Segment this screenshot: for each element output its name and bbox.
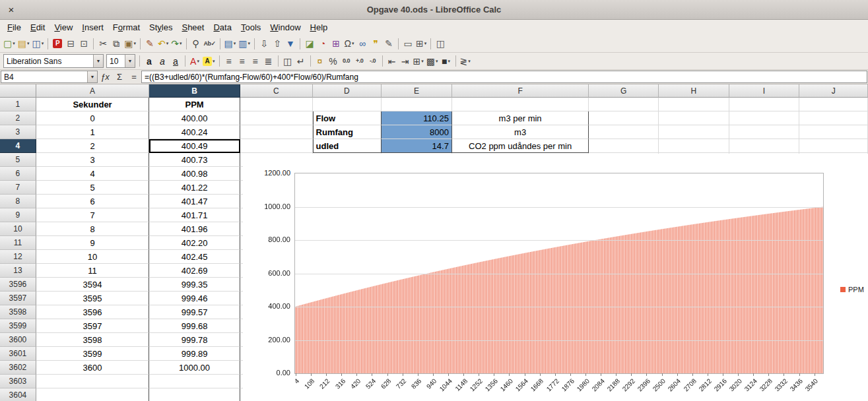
menu-window[interactable]: Window bbox=[265, 20, 305, 34]
row-header-2[interactable]: 2 bbox=[0, 111, 36, 125]
insert-chart-button[interactable]: ◔ bbox=[316, 36, 329, 51]
cell-I2[interactable] bbox=[729, 111, 800, 125]
sum-button[interactable]: Σ bbox=[112, 71, 127, 84]
cell-B3601[interactable]: 999.89 bbox=[149, 347, 240, 361]
row-header-3[interactable]: 3 bbox=[0, 125, 36, 139]
cell-A6[interactable]: 4 bbox=[36, 167, 149, 181]
cell-D4[interactable]: udled bbox=[313, 139, 382, 153]
insert-special-character-button[interactable]: Ω▾ bbox=[343, 36, 356, 51]
cell-B3600[interactable]: 999.78 bbox=[149, 333, 240, 347]
undo-button[interactable]: ↶▾ bbox=[156, 36, 170, 51]
print-preview-button[interactable]: ⊡ bbox=[77, 36, 90, 51]
cell-B3596[interactable]: 999.35 bbox=[149, 278, 240, 292]
insert-comment-button[interactable]: ❞ bbox=[369, 36, 382, 51]
select-all-corner[interactable] bbox=[0, 84, 36, 98]
row-header-1[interactable]: 1 bbox=[0, 98, 36, 111]
cell-B9[interactable]: 401.71 bbox=[149, 208, 240, 222]
headers-and-footers-button[interactable]: ▭ bbox=[401, 36, 415, 51]
cell-B12[interactable]: 402.45 bbox=[149, 250, 240, 264]
format-as-number-button[interactable]: 0.0 bbox=[340, 54, 353, 69]
add-decimal-place-button[interactable]: +.0 bbox=[353, 54, 366, 69]
column-header-H[interactable]: H bbox=[659, 84, 729, 98]
column-header-J[interactable]: J bbox=[799, 84, 868, 98]
open-button[interactable]: ▤▾ bbox=[17, 36, 31, 51]
cut-button[interactable]: ✂ bbox=[96, 36, 110, 51]
column-header-B[interactable]: B bbox=[149, 84, 240, 98]
delete-decimal-place-button[interactable]: -.0 bbox=[366, 54, 380, 69]
row-header-3599[interactable]: 3599 bbox=[0, 319, 36, 333]
dropdown-arrow-icon[interactable]: ▾ bbox=[352, 41, 354, 46]
conditional-formatting-button[interactable]: ≷▾ bbox=[459, 54, 472, 69]
formula-button[interactable]: = bbox=[127, 71, 141, 84]
find-and-replace-button[interactable]: ⚲ bbox=[189, 36, 203, 51]
highlighting-color-button[interactable]: A▾ bbox=[201, 54, 217, 69]
cell-B13[interactable]: 402.69 bbox=[149, 264, 240, 278]
cell-G1[interactable] bbox=[589, 98, 659, 111]
dropdown-arrow-icon[interactable]: ▾ bbox=[234, 41, 236, 46]
column-header-F[interactable]: F bbox=[452, 84, 589, 98]
menu-sheet[interactable]: Sheet bbox=[177, 20, 209, 34]
sort-descending-button[interactable]: ⇧ bbox=[271, 36, 284, 51]
cell-C3[interactable] bbox=[240, 125, 313, 139]
dropdown-arrow-icon[interactable]: ▾ bbox=[421, 59, 424, 64]
cell-E3[interactable]: 8000 bbox=[382, 125, 452, 139]
cell-E1[interactable] bbox=[382, 98, 452, 111]
cell-A3598[interactable]: 3596 bbox=[36, 305, 149, 319]
cell-A3601[interactable]: 3599 bbox=[36, 347, 149, 361]
cell-B2[interactable]: 400.00 bbox=[149, 111, 240, 125]
column-header-A[interactable]: A bbox=[36, 84, 149, 98]
autofilter-button[interactable]: ▼ bbox=[284, 36, 297, 51]
font-name-combobox[interactable]: Liberation Sans ▼ bbox=[3, 54, 104, 68]
insert-hyperlink-button[interactable]: ∞ bbox=[356, 36, 369, 51]
column-header-I[interactable]: I bbox=[729, 84, 800, 98]
dropdown-arrow-icon[interactable]: ▾ bbox=[13, 41, 15, 46]
cell-B3603[interactable] bbox=[149, 375, 240, 388]
cell-B3599[interactable]: 999.68 bbox=[149, 319, 240, 333]
cell-A3602[interactable]: 3600 bbox=[36, 361, 149, 375]
formula-input[interactable]: =((B3+udled/60)*(Rumfang-Flow/60)+400*Fl… bbox=[141, 71, 867, 83]
cell-A10[interactable]: 8 bbox=[36, 222, 149, 236]
row-header-13[interactable]: 13 bbox=[0, 264, 36, 278]
name-box[interactable]: B4 ▼ bbox=[1, 71, 98, 83]
cell-A5[interactable]: 3 bbox=[36, 153, 149, 167]
dropdown-arrow-icon[interactable]: ▾ bbox=[27, 41, 30, 46]
cell-J4[interactable] bbox=[799, 139, 868, 153]
cell-J2[interactable] bbox=[799, 111, 868, 125]
cell-G2[interactable] bbox=[589, 111, 659, 125]
cell-B3598[interactable]: 999.57 bbox=[149, 305, 240, 319]
dropdown-arrow-icon[interactable]: ▾ bbox=[197, 59, 199, 64]
cell-D1[interactable] bbox=[313, 98, 382, 111]
cell-A12[interactable]: 10 bbox=[36, 250, 149, 264]
cell-B5[interactable]: 400.73 bbox=[149, 153, 240, 167]
cell-B3597[interactable]: 999.46 bbox=[149, 292, 240, 305]
row-header-3601[interactable]: 3601 bbox=[0, 347, 36, 361]
cell-F3[interactable]: m3 bbox=[452, 125, 589, 139]
cell-A2[interactable]: 0 bbox=[36, 111, 149, 125]
column-header-G[interactable]: G bbox=[589, 84, 659, 98]
cell-F1[interactable] bbox=[452, 98, 589, 111]
cell-I4[interactable] bbox=[729, 139, 800, 153]
insert-column-button[interactable]: ▥▾ bbox=[237, 36, 251, 51]
cell-D2[interactable]: Flow bbox=[313, 111, 382, 125]
row-header-11[interactable]: 11 bbox=[0, 236, 36, 250]
cell-B3604[interactable] bbox=[149, 388, 240, 401]
cell-E4[interactable]: 14.7 bbox=[382, 139, 452, 153]
cell-B10[interactable]: 401.96 bbox=[149, 222, 240, 236]
row-header-3598[interactable]: 3598 bbox=[0, 305, 36, 319]
align-right-button[interactable]: ≡ bbox=[249, 54, 262, 69]
cell-B4[interactable]: 400.49 bbox=[149, 139, 240, 153]
row-header-3600[interactable]: 3600 bbox=[0, 333, 36, 347]
borders-button[interactable]: ⊞▾ bbox=[412, 54, 425, 69]
decrease-indent-button[interactable]: ⇤ bbox=[385, 54, 399, 69]
cell-B8[interactable]: 401.47 bbox=[149, 195, 240, 208]
justified-button[interactable]: ≣ bbox=[262, 54, 275, 69]
row-header-8[interactable]: 8 bbox=[0, 195, 36, 208]
cell-H2[interactable] bbox=[659, 111, 729, 125]
cell-A11[interactable]: 9 bbox=[36, 236, 149, 250]
paste-button[interactable]: ▣▾ bbox=[123, 36, 137, 51]
align-center-button[interactable]: ≡ bbox=[236, 54, 249, 69]
row-header-9[interactable]: 9 bbox=[0, 208, 36, 222]
cell-B1[interactable]: PPM bbox=[149, 98, 240, 111]
dropdown-arrow-icon[interactable]: ▾ bbox=[166, 41, 169, 46]
format-as-currency-button[interactable]: ¤ bbox=[314, 54, 327, 69]
